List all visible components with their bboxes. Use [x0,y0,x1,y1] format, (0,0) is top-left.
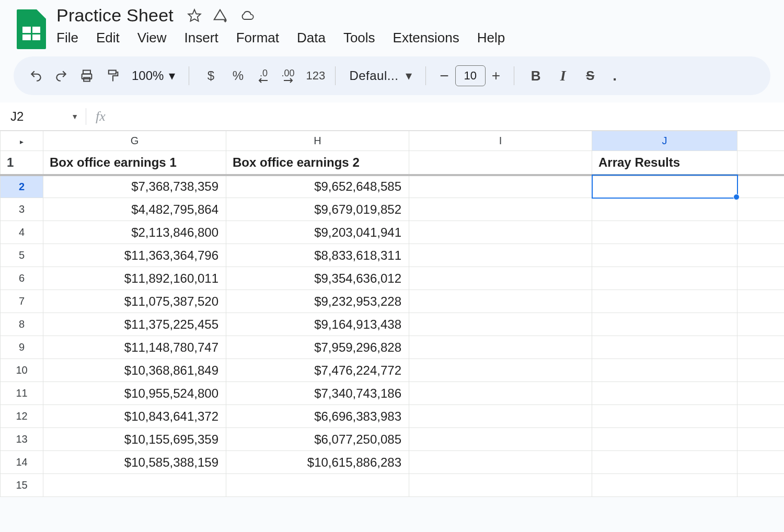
menu-tools[interactable]: Tools [343,30,375,46]
increase-decimal-button[interactable]: .00 [281,68,294,83]
cell-h[interactable]: $7,959,296,828 [226,336,409,359]
row-header[interactable]: 12 [1,405,43,428]
menu-help[interactable]: Help [477,30,505,46]
cell-i[interactable] [409,244,592,267]
select-all-corner[interactable]: ▸ [1,131,43,151]
cell-tail[interactable] [737,359,785,382]
cell-h[interactable]: $9,232,953,228 [226,290,409,313]
cell-j[interactable] [592,359,737,382]
cell-i[interactable] [409,451,592,474]
cell-j[interactable] [592,474,737,497]
row-header[interactable]: 13 [1,428,43,451]
row-header[interactable]: 15 [1,474,43,497]
cell-i[interactable] [409,336,592,359]
cell-g[interactable]: $4,482,795,864 [43,198,226,221]
cell-i[interactable] [409,198,592,221]
row-header[interactable]: 6 [1,267,43,290]
cell-h[interactable]: $9,354,636,012 [226,267,409,290]
row-header[interactable]: 8 [1,313,43,336]
row-header[interactable]: 1 [1,151,43,175]
cell-tail[interactable] [737,151,785,175]
decrease-decimal-button[interactable]: .0 [257,68,270,83]
menu-edit[interactable]: Edit [96,30,120,46]
cell-tail[interactable] [737,474,785,497]
cell-h[interactable]: $6,696,383,983 [226,405,409,428]
cell-tail[interactable] [737,428,785,451]
cell-tail[interactable] [737,221,785,244]
menu-format[interactable]: Format [236,30,279,46]
strikethrough-button[interactable]: S [582,68,598,83]
cell-j[interactable] [592,267,737,290]
cell-j[interactable] [592,175,737,198]
cell-tail[interactable] [737,244,785,267]
cell-g[interactable]: $11,363,364,796 [43,244,226,267]
menu-data[interactable]: Data [297,30,326,46]
cell-i[interactable] [409,405,592,428]
menu-file[interactable]: File [56,30,78,46]
cloud-status-icon[interactable] [238,8,256,23]
cell-j[interactable] [592,313,737,336]
increase-font-size-button[interactable]: + [492,67,500,84]
cell-g[interactable]: $10,843,641,372 [43,405,226,428]
cell-g[interactable] [43,474,226,497]
spreadsheet-grid[interactable]: ▸ G H I J 1Box office earnings 1Box offi… [0,131,784,497]
cell-tail[interactable] [737,336,785,359]
print-icon[interactable] [79,68,94,83]
formula-input[interactable] [106,102,784,130]
row-header[interactable]: 14 [1,451,43,474]
redo-icon[interactable] [54,69,68,83]
col-header-next[interactable] [737,131,785,151]
cell-h[interactable]: $9,679,019,852 [226,198,409,221]
cell-j[interactable] [592,336,737,359]
move-to-drive-icon[interactable] [212,8,228,24]
cell-tail[interactable] [737,267,785,290]
cell-j[interactable] [592,198,737,221]
decrease-font-size-button[interactable]: − [440,67,449,85]
cell-g[interactable]: $10,155,695,359 [43,428,226,451]
row-header[interactable]: 5 [1,244,43,267]
sheets-logo-icon[interactable] [17,9,46,49]
menu-view[interactable]: View [137,30,167,46]
cell-i[interactable] [409,313,592,336]
italic-button[interactable]: I [555,67,571,84]
paint-format-icon[interactable] [106,68,120,83]
cell-i[interactable] [409,359,592,382]
cell-h[interactable]: $7,476,224,772 [226,359,409,382]
expand-columns-icon[interactable]: ▸ [20,137,24,146]
row-header[interactable]: 3 [1,198,43,221]
cell-tail[interactable] [737,290,785,313]
cell-i[interactable] [409,428,592,451]
cell-g[interactable]: $11,148,780,747 [43,336,226,359]
cell-h1[interactable]: Box office earnings 2 [226,151,409,175]
row-header[interactable]: 9 [1,336,43,359]
row-header[interactable]: 10 [1,359,43,382]
cell-i1[interactable] [409,151,592,175]
cell-tail[interactable] [737,175,785,198]
row-header[interactable]: 7 [1,290,43,313]
menu-insert[interactable]: Insert [185,30,218,46]
cell-j[interactable] [592,451,737,474]
cell-g[interactable]: $7,368,738,359 [43,175,226,198]
cell-i[interactable] [409,267,592,290]
cell-i[interactable] [409,290,592,313]
col-header-i[interactable]: I [409,131,592,151]
cell-g[interactable]: $10,368,861,849 [43,359,226,382]
cell-j1[interactable]: Array Results [592,151,737,175]
cell-g[interactable]: $11,375,225,455 [43,313,226,336]
toolbar-more-icon[interactable]: . [613,67,617,84]
cell-h[interactable]: $10,615,886,283 [226,451,409,474]
cell-i[interactable] [409,221,592,244]
cell-j[interactable] [592,221,737,244]
row-header[interactable]: 4 [1,221,43,244]
name-box[interactable]: J2 ▼ [7,109,86,124]
cell-tail[interactable] [737,405,785,428]
format-currency-button[interactable]: $ [203,68,218,83]
cell-g[interactable]: $11,892,160,011 [43,267,226,290]
zoom-select[interactable]: 100% ▾ [132,68,175,83]
cell-j[interactable] [592,290,737,313]
col-header-h[interactable]: H [226,131,409,151]
cell-j[interactable] [592,405,737,428]
cell-i[interactable] [409,382,592,405]
cell-j[interactable] [592,244,737,267]
menu-extensions[interactable]: Extensions [393,30,459,46]
